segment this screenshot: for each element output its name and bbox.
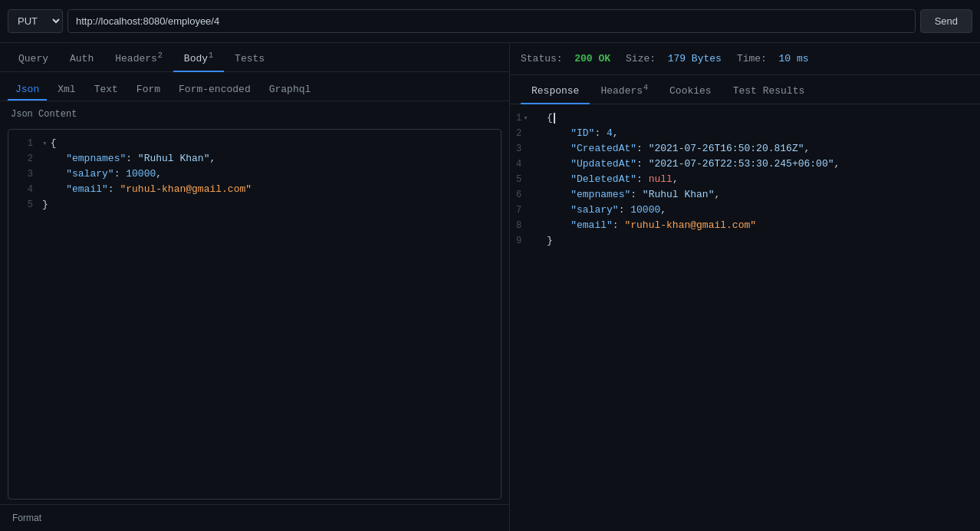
resp-line-9: 9 } <box>510 233 980 249</box>
send-button[interactable]: Send <box>920 9 972 33</box>
tab-body[interactable]: Body1 <box>173 45 224 72</box>
tab-test-results[interactable]: Test Results <box>722 79 816 104</box>
status-label: Status: 200 OK <box>521 53 610 64</box>
body-tab-graphql[interactable]: Graphql <box>261 80 319 101</box>
format-button[interactable]: Format <box>9 511 44 525</box>
resp-line-1: 1 ▾ { <box>510 110 980 126</box>
collapse-icon[interactable]: ▾ <box>42 136 48 151</box>
size-info: Size: 179 Bytes <box>626 53 722 64</box>
tab-tests[interactable]: Tests <box>224 47 275 72</box>
url-input[interactable] <box>67 9 916 33</box>
code-line-2: 2 "empnames": "Ruhul Khan", <box>8 151 501 167</box>
tab-response-headers[interactable]: Headers4 <box>590 78 659 104</box>
body-tab-xml[interactable]: Xml <box>50 80 83 101</box>
request-body-editor[interactable]: 1 ▾ { 2 "empnames": "Ruhul Khan", 3 "sal… <box>8 129 502 500</box>
tab-auth[interactable]: Auth <box>59 47 104 72</box>
body-tab-text[interactable]: Text <box>87 80 126 101</box>
resp-line-3: 3 "CreatedAt": "2021-07-26T16:50:20.816Z… <box>510 141 980 157</box>
resp-line-6: 6 "empnames": "Ruhul Khan", <box>510 187 980 203</box>
tab-cookies[interactable]: Cookies <box>659 79 722 104</box>
status-bar: Status: 200 OK Size: 179 Bytes Time: 10 … <box>510 43 980 75</box>
top-bar: PUT GET POST PATCH DELETE Send <box>0 0 980 43</box>
tab-response[interactable]: Response <box>521 79 590 104</box>
time-info: Time: 10 ms <box>737 53 809 64</box>
body-tab-json[interactable]: Json <box>8 80 47 101</box>
code-line-5: 5 } <box>8 197 501 213</box>
response-body: 1 ▾ { 2 "ID": 4, 3 "CreatedAt": "2021-07… <box>510 104 980 531</box>
body-tab-form-encoded[interactable]: Form-encoded <box>171 80 258 101</box>
resp-line-7: 7 "salary": 10000, <box>510 203 980 218</box>
body-format-tabs: Json Xml Text Form Form-encoded Graphql <box>0 72 509 101</box>
resp-line-5: 5 "DeletedAt": null, <box>510 172 980 187</box>
main-layout: Query Auth Headers2 Body1 Tests Json Xml… <box>0 43 980 531</box>
request-nav-tabs: Query Auth Headers2 Body1 Tests <box>0 43 509 72</box>
body-tab-form[interactable]: Form <box>129 80 168 101</box>
json-content-label: Json Content <box>0 101 509 124</box>
resp-line-4: 4 "UpdatedAt": "2021-07-26T22:53:30.245+… <box>510 157 980 172</box>
code-line-4: 4 "email": "ruhul-khan@gmail.com" <box>8 182 501 197</box>
resp-line-2: 2 "ID": 4, <box>510 126 980 141</box>
status-value: 200 OK <box>574 53 610 64</box>
method-select[interactable]: PUT GET POST PATCH DELETE <box>8 9 63 33</box>
resp-line-8: 8 "email": "ruhul-khan@gmail.com" <box>510 218 980 233</box>
code-line-3: 3 "salary": 10000, <box>8 167 501 182</box>
tab-headers[interactable]: Headers2 <box>104 45 173 72</box>
resp-collapse-icon[interactable]: ▾ <box>523 110 528 126</box>
right-panel: Status: 200 OK Size: 179 Bytes Time: 10 … <box>510 43 980 531</box>
response-tabs: Response Headers4 Cookies Test Results <box>510 75 980 104</box>
tab-query[interactable]: Query <box>8 47 59 72</box>
time-value: 10 ms <box>779 53 809 64</box>
format-bar: Format <box>0 504 509 531</box>
size-value: 179 Bytes <box>668 53 722 64</box>
code-line-1: 1 ▾ { <box>8 136 501 151</box>
left-panel: Query Auth Headers2 Body1 Tests Json Xml… <box>0 43 510 531</box>
